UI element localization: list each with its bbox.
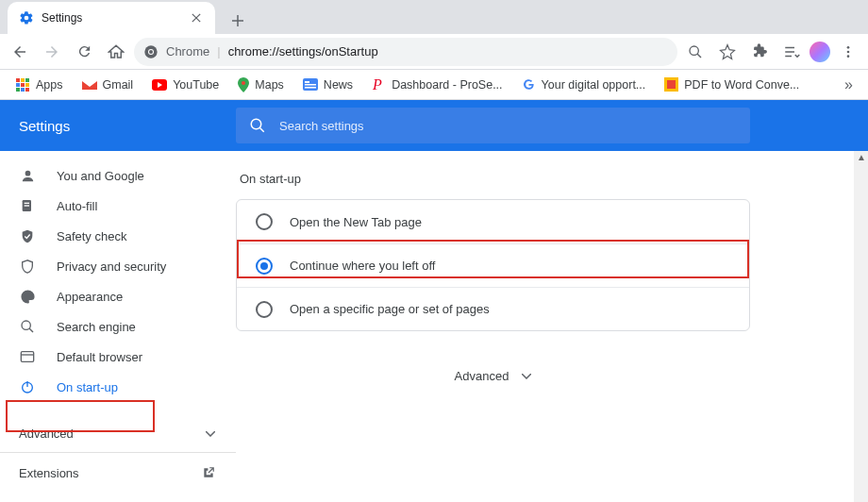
- zoom-icon[interactable]: [681, 38, 709, 66]
- search-placeholder: Search settings: [279, 119, 364, 133]
- pdf-icon: [664, 77, 678, 92]
- svg-rect-42: [21, 352, 33, 362]
- kebab-menu-button[interactable]: [834, 38, 862, 66]
- address-bar[interactable]: Chrome | chrome://settings/onStartup: [134, 38, 677, 66]
- svg-rect-22: [16, 88, 20, 92]
- bookmark-pdf[interactable]: PDF to Word Conve...: [657, 73, 807, 97]
- search-icon: [249, 117, 266, 134]
- advanced-toggle-main[interactable]: Advanced: [236, 369, 750, 383]
- vertical-scrollbar[interactable]: [854, 151, 868, 502]
- svg-point-36: [25, 170, 30, 176]
- svg-point-34: [251, 119, 261, 129]
- address-url: chrome://settings/onStartup: [228, 44, 378, 59]
- profile-avatar[interactable]: [810, 42, 830, 62]
- gear-icon: [19, 10, 34, 25]
- svg-point-13: [847, 46, 850, 49]
- autofill-icon: [19, 198, 36, 213]
- bookmark-star-icon[interactable]: [713, 38, 742, 66]
- home-button[interactable]: [102, 38, 130, 66]
- svg-rect-23: [21, 88, 25, 92]
- settings-title: Settings: [0, 118, 236, 134]
- chevron-down-icon: [206, 431, 215, 437]
- browser-tab[interactable]: Settings: [8, 2, 215, 34]
- radio-unchecked-icon: [256, 213, 273, 230]
- svg-rect-29: [305, 84, 316, 86]
- sidebar-item-you-and-google[interactable]: You and Google: [0, 160, 236, 191]
- svg-rect-18: [25, 78, 29, 82]
- sidebar-advanced-toggle[interactable]: Advanced: [0, 415, 236, 453]
- bookmarks-bar: Apps Gmail YouTube Maps News P Dashboard…: [0, 70, 868, 100]
- sidebar-about-link[interactable]: About Chrome: [0, 493, 236, 502]
- settings-search-input[interactable]: Search settings: [236, 108, 750, 143]
- sidebar-item-autofill[interactable]: Auto-fill: [0, 191, 236, 221]
- radio-checked-icon: [256, 258, 273, 275]
- startup-options-card: Open the New Tab page Continue where you…: [236, 199, 750, 331]
- back-button[interactable]: [6, 38, 34, 66]
- tab-title: Settings: [42, 11, 82, 25]
- radio-unchecked-icon: [256, 301, 273, 318]
- svg-rect-38: [25, 203, 29, 204]
- svg-rect-21: [25, 83, 29, 87]
- reload-button[interactable]: [70, 38, 98, 66]
- site-icon: [143, 44, 159, 59]
- bookmark-apps[interactable]: Apps: [8, 73, 71, 97]
- tab-close-button[interactable]: [189, 10, 204, 25]
- address-origin: Chrome: [166, 44, 209, 59]
- browser-icon: [19, 350, 36, 363]
- apps-grid-icon: [15, 77, 30, 92]
- pinterest-icon: P: [372, 77, 386, 92]
- bookmark-dashboard[interactable]: P Dashboard - ProSe...: [364, 73, 509, 97]
- svg-rect-19: [16, 83, 20, 87]
- scroll-up-icon[interactable]: ▲: [857, 152, 866, 162]
- svg-point-15: [847, 55, 850, 58]
- settings-header: Settings Search settings: [0, 100, 868, 151]
- bookmark-digital-opport[interactable]: Your digital opport...: [514, 73, 654, 97]
- bookmark-youtube[interactable]: YouTube: [144, 73, 226, 97]
- svg-rect-28: [305, 81, 309, 83]
- power-icon: [19, 379, 36, 394]
- sidebar-item-safety-check[interactable]: Safety check: [0, 221, 236, 251]
- option-new-tab[interactable]: Open the New Tab page: [237, 200, 749, 243]
- section-title: On start-up: [240, 172, 842, 186]
- svg-line-35: [259, 127, 264, 132]
- sidebar-item-default-browser[interactable]: Default browser: [0, 342, 236, 372]
- sidebar-item-search-engine[interactable]: Search engine: [0, 311, 236, 342]
- shield-check-icon: [19, 228, 36, 244]
- youtube-icon: [152, 79, 167, 91]
- svg-rect-16: [16, 78, 20, 82]
- search-icon: [19, 319, 36, 334]
- svg-rect-39: [25, 205, 29, 206]
- forward-button[interactable]: [38, 38, 66, 66]
- svg-point-11: [690, 46, 698, 55]
- chevron-down-icon: [522, 374, 531, 379]
- svg-rect-20: [21, 83, 25, 87]
- sidebar-extensions-link[interactable]: Extensions: [0, 453, 236, 493]
- bookmark-gmail[interactable]: Gmail: [75, 73, 142, 97]
- sidebar-item-on-startup[interactable]: On start-up: [0, 372, 236, 402]
- svg-rect-24: [25, 88, 29, 92]
- bookmark-news[interactable]: News: [295, 73, 360, 97]
- gmail-icon: [82, 79, 97, 91]
- svg-point-40: [22, 321, 30, 329]
- google-g-icon: [522, 77, 536, 92]
- svg-line-41: [29, 328, 33, 332]
- svg-point-14: [847, 50, 850, 53]
- maps-pin-icon: [238, 77, 249, 92]
- option-continue[interactable]: Continue where you left off: [237, 243, 749, 287]
- svg-point-10: [149, 50, 153, 54]
- svg-text:P: P: [372, 77, 382, 92]
- sidebar-item-privacy[interactable]: Privacy and security: [0, 251, 236, 281]
- bookmark-maps[interactable]: Maps: [230, 73, 292, 97]
- news-icon: [303, 78, 318, 91]
- svg-line-12: [697, 54, 701, 58]
- reading-list-icon[interactable]: [777, 38, 806, 66]
- svg-rect-30: [305, 87, 316, 89]
- tab-strip: Settings: [0, 0, 868, 34]
- settings-sidebar: You and Google Auto-fill Safety check Pr…: [0, 151, 236, 502]
- sidebar-item-appearance[interactable]: Appearance: [0, 281, 236, 311]
- option-specific-pages[interactable]: Open a specific page or set of pages: [237, 287, 749, 330]
- bookmarks-overflow-button[interactable]: »: [837, 76, 860, 93]
- browser-toolbar: Chrome | chrome://settings/onStartup: [0, 34, 868, 70]
- new-tab-button[interactable]: [225, 8, 251, 34]
- extensions-icon[interactable]: [745, 38, 774, 66]
